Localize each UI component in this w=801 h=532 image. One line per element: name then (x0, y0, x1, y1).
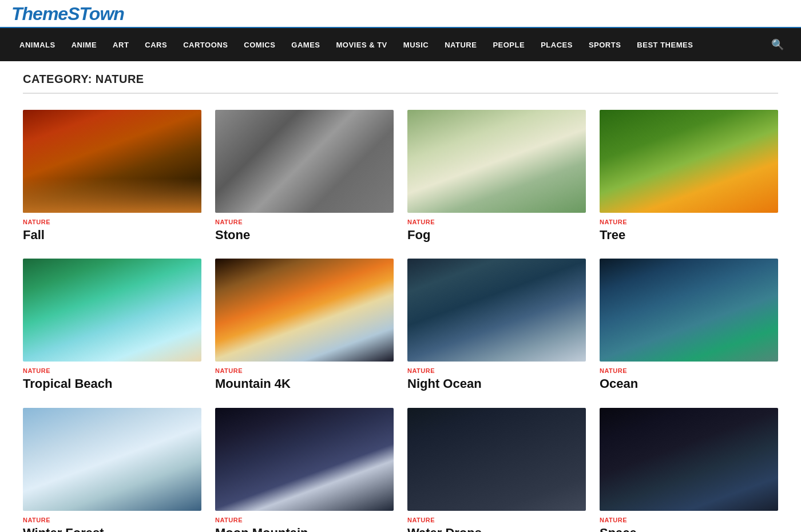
nav-item-nature[interactable]: NATURE (437, 30, 485, 59)
card-thumb-fog (407, 110, 586, 213)
card-thumb-fall (23, 110, 201, 213)
card-thumb-tropical-beach (23, 259, 201, 362)
nav-item-animals[interactable]: ANIMALS (11, 30, 64, 59)
nav-item-movies---tv[interactable]: MOVIES & TV (328, 30, 395, 59)
site-header: ThemeSTown (0, 0, 801, 28)
card-moon-mountain[interactable]: NATURE Moon Mountain (215, 408, 394, 532)
search-icon[interactable]: 🔍 (766, 28, 790, 61)
main-content: Category: Nature NATURE Fall NATURE Ston… (11, 61, 790, 532)
card-tree[interactable]: NATURE Tree (600, 110, 778, 243)
nav-item-comics[interactable]: COMICS (236, 30, 283, 59)
card-thumb-water-drops (407, 408, 586, 511)
card-category-fall: NATURE (23, 219, 201, 225)
card-title-fall: Fall (23, 228, 201, 243)
card-category-space: NATURE (600, 517, 778, 523)
card-fall[interactable]: NATURE Fall (23, 110, 201, 243)
card-tropical-beach[interactable]: NATURE Tropical Beach (23, 259, 201, 391)
nav-item-art[interactable]: ART (105, 30, 137, 59)
card-category-mountain-4k: NATURE (215, 367, 394, 374)
card-mountain-4k[interactable]: NATURE Mountain 4K (215, 259, 394, 391)
nav-item-music[interactable]: MUSIC (395, 30, 437, 59)
card-title-moon-mountain: Moon Mountain (215, 526, 394, 532)
card-thumb-snow-trees (23, 408, 201, 511)
card-category-ocean: NATURE (600, 367, 778, 374)
card-thumb-mountain-4k (215, 259, 394, 362)
card-thumb-night-ocean (407, 259, 586, 362)
card-title-mountain-4k: Mountain 4K (215, 376, 394, 391)
nav-item-best-themes[interactable]: BEST THEMES (629, 30, 701, 59)
card-title-tropical-beach: Tropical Beach (23, 376, 201, 391)
card-ocean[interactable]: NATURE Ocean (600, 259, 778, 391)
card-category-moon-mountain: NATURE (215, 517, 394, 523)
card-title-water-drops: Water Drops (407, 526, 586, 532)
nav-item-anime[interactable]: ANIME (64, 30, 105, 59)
card-title-stone: Stone (215, 228, 394, 243)
nav-item-sports[interactable]: SPORTS (581, 30, 629, 59)
card-stone[interactable]: NATURE Stone (215, 110, 394, 243)
nav-item-places[interactable]: PLACES (533, 30, 581, 59)
card-category-tropical-beach: NATURE (23, 367, 201, 374)
card-thumb-space (600, 408, 778, 511)
card-thumb-ocean (600, 259, 778, 362)
site-logo[interactable]: ThemeSTown (11, 3, 790, 25)
card-fog[interactable]: NATURE Fog (407, 110, 586, 243)
card-snow-trees[interactable]: NATURE Winter Forest (23, 408, 201, 532)
card-category-stone: NATURE (215, 219, 394, 225)
main-nav: ANIMALSANIMEARTCARSCARTOONSCOMICSGAMESMO… (0, 28, 801, 61)
card-category-tree: NATURE (600, 219, 778, 225)
card-night-ocean[interactable]: NATURE Night Ocean (407, 259, 586, 391)
card-title-fog: Fog (407, 228, 586, 243)
card-space[interactable]: NATURE Space (600, 408, 778, 532)
nav-item-people[interactable]: PEOPLE (485, 30, 533, 59)
card-category-water-drops: NATURE (407, 517, 586, 523)
card-title-snow-trees: Winter Forest (23, 526, 201, 532)
card-water-drops[interactable]: NATURE Water Drops (407, 408, 586, 532)
category-title: Category: Nature (23, 73, 778, 94)
nav-item-cartoons[interactable]: CARTOONS (175, 30, 236, 59)
card-category-snow-trees: NATURE (23, 517, 201, 523)
nav-item-cars[interactable]: CARS (137, 30, 175, 59)
card-title-night-ocean: Night Ocean (407, 376, 586, 391)
card-thumb-tree (600, 110, 778, 213)
nav-item-games[interactable]: GAMES (283, 30, 328, 59)
card-title-space: Space (600, 526, 778, 532)
cards-grid: NATURE Fall NATURE Stone NATURE Fog NATU… (23, 110, 778, 532)
card-title-ocean: Ocean (600, 376, 778, 391)
card-thumb-moon-mountain (215, 408, 394, 511)
card-category-fog: NATURE (407, 219, 586, 225)
card-thumb-stone (215, 110, 394, 213)
card-category-night-ocean: NATURE (407, 367, 586, 374)
card-title-tree: Tree (600, 228, 778, 243)
